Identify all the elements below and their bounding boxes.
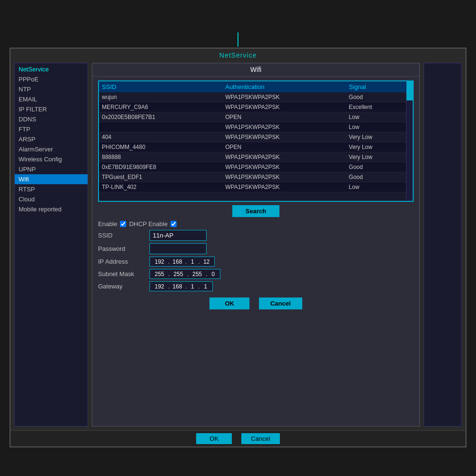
password-row: Password [98,243,414,254]
table-row[interactable]: 0x2020E5B08FE7B1OPENLow [99,112,406,122]
sidebar-item-upnp[interactable]: UPNP [15,164,88,174]
sidebar-item-netservice[interactable]: NetService [15,64,88,74]
gw-part-1[interactable] [152,283,167,290]
subnet-part-2[interactable] [171,271,186,278]
ip-fields: . . . [149,257,215,267]
gw-part-4[interactable] [201,283,210,290]
ssid-label: SSID [98,232,146,239]
subnet-label: Subnet Mask [98,270,146,278]
gw-part-3[interactable] [188,283,197,290]
table-row[interactable]: TP-LINK_402WPA1PSKWPA2PSKLow [99,182,406,192]
ok-button[interactable]: OK [209,298,249,309]
subnet-part-3[interactable] [189,271,205,278]
gateway-row: Gateway . . . [98,281,414,291]
enable-checkbox[interactable] [120,221,126,227]
search-row: Search [98,205,414,217]
table-row[interactable]: MERCURY_C9A6WPA1PSKWPA2PSKExcellent [99,102,406,112]
password-label: Password [98,245,146,252]
bottom-cancel-button[interactable]: Cancel [241,433,279,444]
sidebar-item-rtsp[interactable]: RTSP [15,184,88,194]
ip-part-3[interactable] [188,258,197,265]
sidebar-item-ftp[interactable]: FTP [15,124,88,134]
sidebar-item-wifi[interactable]: Wifi [15,174,88,184]
ip-label: IP Address [98,258,146,265]
subnet-fields: . . . [149,269,220,279]
gw-part-2[interactable] [171,283,184,290]
sidebar-item-ip-filter[interactable]: IP FILTER [15,104,88,114]
gateway-fields: . . . [149,281,213,291]
dialog-body: SSID Authentication Signal wujunWPA1PSKW… [92,77,419,426]
ssid-input[interactable] [149,230,207,241]
bottom-bar: OK Cancel [10,430,466,446]
password-input[interactable] [149,243,207,254]
enable-row: Enable DHCP Enable [98,220,414,228]
sidebar-item-email[interactable]: EMAIL [15,94,88,104]
table-row[interactable]: 888888WPA1PSKWPA2PSKVery Low [99,152,406,162]
main-dialog: Wifi SSID Authentication Signal [92,63,420,426]
sidebar-item-ntp[interactable]: NTP [15,84,88,94]
subnet-part-4[interactable] [208,271,218,278]
gateway-label: Gateway [98,283,146,290]
table-row[interactable]: PHICOMM_4480OPENVery Low [99,142,406,152]
table-row[interactable]: wujunWPA1PSKWPA2PSKGood [99,92,406,102]
table-row[interactable]: TPGuest_EDF1WPA1PSKWPA2PSKGood [99,172,406,182]
ip-part-1[interactable] [152,258,167,265]
table-row[interactable]: WPA1PSKWPA2PSKLow [99,122,406,132]
outer-screen: NetService NetServicePPPoENTPEMAILIP FIL… [10,48,466,447]
ip-part-2[interactable] [171,258,184,265]
antenna-line [238,32,238,47]
sidebar-item-pppoe[interactable]: PPPoE [15,74,88,84]
wifi-scrollbar[interactable] [406,81,413,201]
dhcp-label: DHCP Enable [129,220,168,228]
cancel-button[interactable]: Cancel [259,298,302,309]
dialog-title: Wifi [92,63,419,77]
sidebar-item-cloud[interactable]: Cloud [15,194,88,204]
dialog-buttons: OK Cancel [98,294,414,310]
ssid-row: SSID [98,230,414,241]
sidebar-item-alarmserver[interactable]: AlarmServer [15,144,88,154]
sidebar-item-mobile-reported[interactable]: Mobile reported [15,204,88,214]
sidebar-item-arsp[interactable]: ARSP [15,134,88,144]
dhcp-checkbox[interactable] [170,221,177,227]
col-ssid: SSID [99,81,222,92]
sidebar-item-wireless-config[interactable]: Wireless Config [15,154,88,164]
bottom-ok-button[interactable]: OK [196,433,232,444]
right-panel [424,63,462,426]
col-signal: Signal [346,81,406,92]
outer-title: NetService [10,49,466,61]
table-row[interactable]: 0xE7BD91E9809FE8WPA1PSKWPA2PSKGood [99,162,406,172]
sidebar: NetServicePPPoENTPEMAILIP FILTERDDNSFTPA… [14,63,88,426]
wifi-table-container: SSID Authentication Signal wujunWPA1PSKW… [98,80,414,202]
search-button[interactable]: Search [232,205,279,217]
scrollbar-thumb [407,81,413,100]
col-auth: Authentication [222,81,346,92]
wifi-table: SSID Authentication Signal wujunWPA1PSKW… [99,81,406,192]
table-row[interactable]: 404WPA1PSKWPA2PSKVery Low [99,132,406,142]
sidebar-item-ddns[interactable]: DDNS [15,114,88,124]
ip-row: IP Address . . . [98,257,414,267]
subnet-part-1[interactable] [152,271,167,278]
enable-label: Enable [98,220,117,228]
subnet-row: Subnet Mask . . . [98,269,414,279]
ip-part-4[interactable] [201,258,212,265]
